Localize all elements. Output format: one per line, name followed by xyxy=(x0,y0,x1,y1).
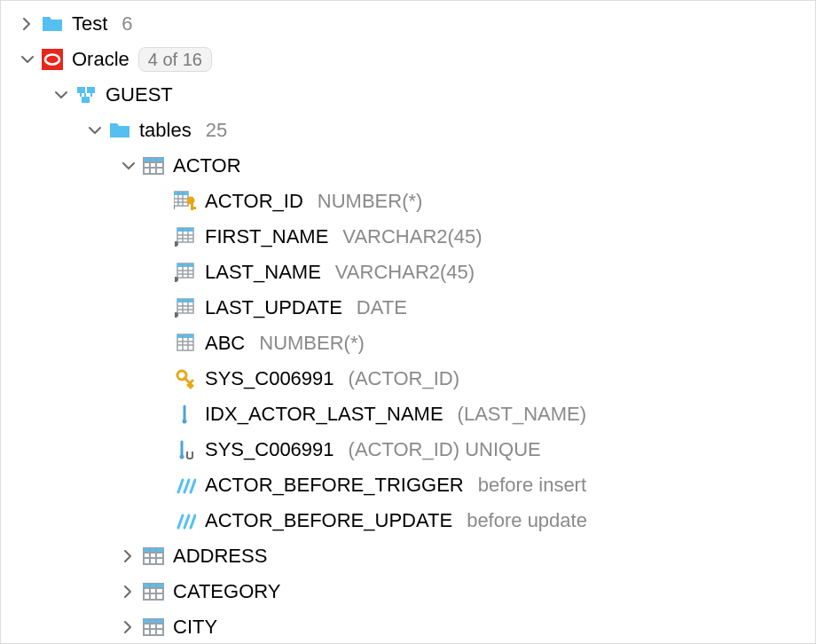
node-badge: 4 of 16 xyxy=(138,47,212,72)
chevron-right-icon[interactable] xyxy=(116,549,141,563)
index-detail: (LAST_NAME) xyxy=(458,403,586,426)
trigger-detail: before insert xyxy=(478,474,586,497)
tree-node-column-last-update[interactable]: LAST_UPDATE DATE xyxy=(4,290,812,326)
not-null-column-icon xyxy=(173,260,198,285)
column-name: ABC xyxy=(205,332,245,355)
chevron-right-icon[interactable] xyxy=(116,585,141,599)
oracle-icon xyxy=(40,47,65,72)
chevron-right-icon[interactable] xyxy=(116,620,141,634)
index-detail: (ACTOR_ID) UNIQUE xyxy=(349,438,541,461)
schema-icon xyxy=(74,82,98,107)
tree-node-city[interactable]: CITY xyxy=(4,609,812,644)
tree-node-trigger-before-trigger[interactable]: ACTOR_BEFORE_TRIGGER before insert xyxy=(4,467,812,503)
key-detail: (ACTOR_ID) xyxy=(349,367,460,390)
chevron-down-icon[interactable] xyxy=(116,159,141,173)
not-null-column-icon xyxy=(173,224,198,249)
node-label: ADDRESS xyxy=(173,545,267,568)
tree-node-column-last-name[interactable]: LAST_NAME VARCHAR2(45) xyxy=(4,255,812,290)
tree-node-trigger-before-update[interactable]: ACTOR_BEFORE_UPDATE before update xyxy=(4,503,812,538)
not-null-column-icon xyxy=(173,295,198,320)
trigger-icon xyxy=(173,508,198,533)
tree-node-category[interactable]: CATEGORY xyxy=(4,574,812,609)
node-label: GUEST xyxy=(106,83,173,106)
folder-icon xyxy=(107,118,132,143)
table-icon xyxy=(141,579,166,604)
node-count: 25 xyxy=(206,119,227,142)
tree-node-address[interactable]: ADDRESS xyxy=(4,538,812,574)
column-type: NUMBER(*) xyxy=(318,190,423,213)
chevron-right-icon[interactable] xyxy=(15,17,40,31)
chevron-down-icon[interactable] xyxy=(82,123,107,137)
chevron-down-icon[interactable] xyxy=(49,88,74,102)
tree-node-column-actor-id[interactable]: ACTOR_ID NUMBER(*) xyxy=(4,184,812,219)
node-label: Oracle xyxy=(72,48,129,71)
index-name: IDX_ACTOR_LAST_NAME xyxy=(205,403,443,426)
tree-node-tables[interactable]: tables 25 xyxy=(4,113,812,148)
trigger-name: ACTOR_BEFORE_UPDATE xyxy=(205,509,452,532)
key-icon xyxy=(173,366,198,391)
table-icon xyxy=(141,153,166,178)
node-label: CATEGORY xyxy=(173,580,280,603)
node-label: ACTOR xyxy=(173,154,241,177)
table-icon xyxy=(141,615,166,640)
column-name: LAST_NAME xyxy=(205,261,321,284)
column-icon xyxy=(173,331,198,356)
node-label: tables xyxy=(139,119,192,142)
folder-icon xyxy=(40,12,65,36)
unique-index-icon xyxy=(173,437,198,462)
key-name: SYS_C006991 xyxy=(205,367,334,390)
column-name: LAST_UPDATE xyxy=(205,296,342,319)
index-name: SYS_C006991 xyxy=(205,438,334,461)
column-type: NUMBER(*) xyxy=(259,332,365,355)
tree-node-actor[interactable]: ACTOR xyxy=(4,148,812,184)
tree-node-test[interactable]: Test 6 xyxy=(4,6,812,42)
column-name: FIRST_NAME xyxy=(205,225,328,248)
tree-node-column-first-name[interactable]: FIRST_NAME VARCHAR2(45) xyxy=(4,219,812,255)
table-icon xyxy=(141,544,166,569)
column-type: DATE xyxy=(357,296,407,319)
index-icon xyxy=(173,402,198,427)
column-type: VARCHAR2(45) xyxy=(342,225,482,248)
node-label: CITY xyxy=(173,616,217,639)
chevron-down-icon[interactable] xyxy=(15,52,40,67)
column-name: ACTOR_ID xyxy=(205,190,303,213)
node-label: Test xyxy=(72,12,107,35)
trigger-name: ACTOR_BEFORE_TRIGGER xyxy=(205,474,464,497)
tree-node-index-idx-actor-last-name[interactable]: IDX_ACTOR_LAST_NAME (LAST_NAME) xyxy=(4,397,812,432)
column-type: VARCHAR2(45) xyxy=(335,261,475,284)
tree-node-key-sysc006991[interactable]: SYS_C006991 (ACTOR_ID) xyxy=(4,361,812,397)
primary-key-column-icon xyxy=(173,189,198,214)
trigger-icon xyxy=(173,473,198,498)
tree-node-column-abc[interactable]: ABC NUMBER(*) xyxy=(4,326,812,361)
node-count: 6 xyxy=(122,12,132,35)
database-tree: Test 6 Oracle 4 of 16 GUEST tables 25 AC… xyxy=(1,1,815,644)
tree-node-index-sysc006991-unique[interactable]: SYS_C006991 (ACTOR_ID) UNIQUE xyxy=(4,432,812,467)
trigger-detail: before update xyxy=(467,509,587,532)
tree-node-oracle[interactable]: Oracle 4 of 16 xyxy=(4,42,812,77)
tree-node-guest[interactable]: GUEST xyxy=(4,77,812,113)
